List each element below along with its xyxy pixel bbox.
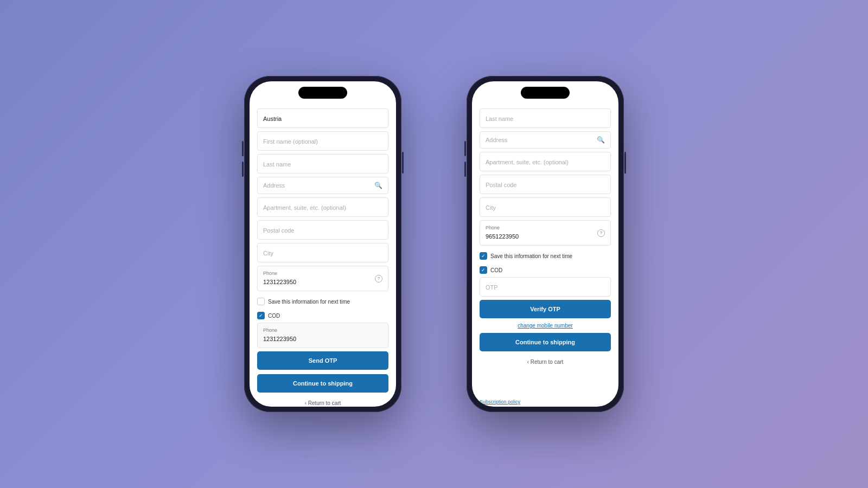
phone-label: Phone <box>263 271 296 276</box>
cod-checkbox[interactable]: ✓ <box>257 312 265 319</box>
search-icon-right: 🔍 <box>597 136 605 144</box>
phone-left: Austria First name (optional) Last name … <box>244 76 401 412</box>
last-name-placeholder-right: Last name <box>486 115 513 122</box>
first-name-placeholder: First name (optional) <box>263 138 318 145</box>
phone-otp-label: Phone <box>263 328 296 333</box>
city-field[interactable]: City <box>257 243 388 262</box>
save-info-label: Save this information for next time <box>268 299 350 305</box>
phone-right: Last name Address 🔍 Apartment, suite, et… <box>467 76 624 412</box>
save-info-label-right: Save this information for next time <box>490 253 572 259</box>
phone-info-icon: ? <box>375 275 382 282</box>
postal-code-field-right[interactable]: Postal code <box>480 175 611 194</box>
phone-field-right[interactable]: Phone 9651223950 ? <box>480 220 611 246</box>
otp-placeholder-right: OTP <box>486 284 498 291</box>
subscription-policy[interactable]: Subscription policy <box>472 397 618 407</box>
send-otp-button[interactable]: Send OTP <box>257 351 388 370</box>
cod-row-right[interactable]: ✓ COD <box>480 263 611 277</box>
address-placeholder-right: Address <box>486 137 507 143</box>
city-field-right[interactable]: City <box>480 197 611 217</box>
dynamic-island-right <box>521 87 570 99</box>
save-info-checkbox-right[interactable]: ✓ <box>480 252 487 260</box>
phone-otp-value: 1231223950 <box>263 336 296 342</box>
verify-otp-button[interactable]: Verify OTP <box>480 300 611 318</box>
return-to-cart-right[interactable]: ‹ Return to cart <box>480 356 611 368</box>
search-icon: 🔍 <box>374 182 382 189</box>
address-field[interactable]: Address 🔍 <box>257 177 388 194</box>
phone-value: 1231223950 <box>263 279 296 285</box>
dynamic-island-left <box>298 87 347 99</box>
postal-code-placeholder-right: Postal code <box>486 182 516 188</box>
phone-info-icon-right: ? <box>597 229 605 237</box>
postal-code-field[interactable]: Postal code <box>257 220 388 240</box>
country-field: Austria <box>257 108 388 128</box>
return-to-cart-left[interactable]: ‹ Return to cart <box>257 397 388 407</box>
apartment-placeholder: Apartment, suite, etc. (optional) <box>263 204 346 211</box>
right-form-scroll: Last name Address 🔍 Apartment, suite, et… <box>472 104 618 397</box>
apartment-field[interactable]: Apartment, suite, etc. (optional) <box>257 197 388 217</box>
city-placeholder: City <box>263 250 273 256</box>
address-field-right[interactable]: Address 🔍 <box>480 131 611 149</box>
otp-field-right[interactable]: OTP <box>480 277 611 297</box>
cod-label-right: COD <box>490 267 502 273</box>
continue-shipping-button-right[interactable]: Continue to shipping <box>480 333 611 351</box>
address-placeholder: Address <box>263 182 285 189</box>
cod-label: COD <box>268 313 280 319</box>
phone-label-right: Phone <box>486 225 519 230</box>
left-form-scroll: Austria First name (optional) Last name … <box>250 104 396 407</box>
postal-code-placeholder: Postal code <box>263 227 294 234</box>
save-info-row-right[interactable]: ✓ Save this information for next time <box>480 249 611 263</box>
save-info-row[interactable]: Save this information for next time <box>257 294 388 309</box>
apartment-field-right[interactable]: Apartment, suite, etc. (optional) <box>480 152 611 171</box>
change-mobile-link[interactable]: change mobile number <box>480 323 611 329</box>
phone-field[interactable]: Phone 1231223950 ? <box>257 266 388 291</box>
cod-row[interactable]: ✓ COD <box>257 309 388 323</box>
last-name-field[interactable]: Last name <box>257 154 388 174</box>
country-value: Austria <box>263 115 282 122</box>
first-name-field[interactable]: First name (optional) <box>257 131 388 151</box>
apartment-placeholder-right: Apartment, suite, etc. (optional) <box>486 159 569 165</box>
save-info-checkbox[interactable] <box>257 298 265 305</box>
last-name-placeholder: Last name <box>263 161 291 168</box>
return-to-cart-label-left: Return to cart <box>308 400 341 406</box>
phone-value-right: 9651223950 <box>486 233 519 240</box>
city-placeholder-right: City <box>486 204 496 211</box>
cod-checkbox-right[interactable]: ✓ <box>480 266 487 274</box>
phone-otp-field[interactable]: Phone 1231223950 <box>257 323 388 348</box>
last-name-field-right[interactable]: Last name <box>480 108 611 128</box>
continue-shipping-button-left[interactable]: Continue to shipping <box>257 374 388 393</box>
return-to-cart-label-right: Return to cart <box>531 359 564 365</box>
